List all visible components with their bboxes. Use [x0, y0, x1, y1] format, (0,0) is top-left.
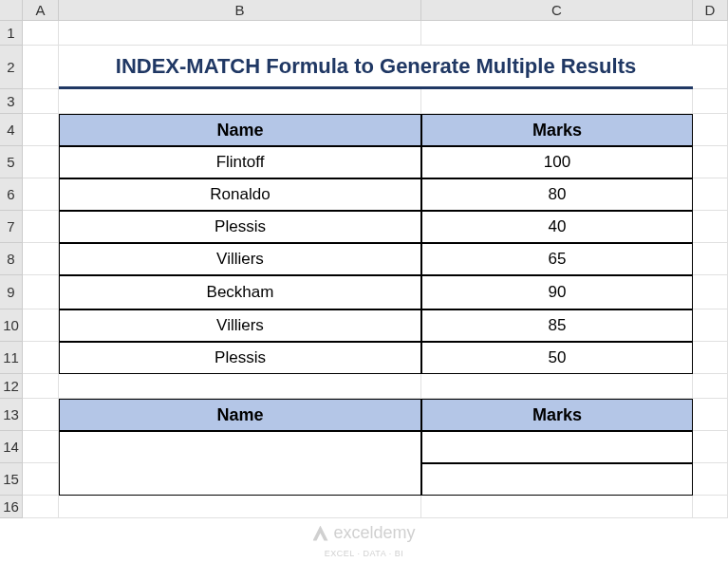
table2-header-name[interactable]: Name: [59, 399, 421, 431]
col-header-b[interactable]: B: [59, 0, 421, 21]
watermark-icon: [312, 526, 327, 541]
table2-empty-name[interactable]: [59, 431, 421, 496]
select-all-corner[interactable]: [0, 0, 23, 21]
table-cell[interactable]: Flintoff: [59, 146, 421, 178]
row-header-12[interactable]: 12: [0, 374, 23, 399]
row-header-3[interactable]: 3: [0, 89, 23, 114]
table-cell[interactable]: Beckham: [59, 275, 421, 309]
row-header-2[interactable]: 2: [0, 46, 23, 89]
row-header-16[interactable]: 16: [0, 496, 23, 518]
table-cell[interactable]: 100: [421, 146, 693, 178]
page-title[interactable]: INDEX-MATCH Formula to Generate Multiple…: [59, 46, 693, 89]
row-header-6[interactable]: 6: [0, 178, 23, 211]
row-header-4[interactable]: 4: [0, 114, 23, 146]
table-cell[interactable]: 80: [421, 178, 693, 211]
table-cell[interactable]: Villiers: [59, 309, 421, 342]
row-header-8[interactable]: 8: [0, 243, 23, 275]
table-cell[interactable]: 85: [421, 309, 693, 342]
row-header-7[interactable]: 7: [0, 211, 23, 243]
table-cell[interactable]: Plessis: [59, 342, 421, 374]
row-header-11[interactable]: 11: [0, 342, 23, 374]
watermark: exceldemy: [312, 523, 415, 543]
col-header-c[interactable]: C: [421, 0, 693, 21]
watermark-subtext: EXCEL · DATA · BI: [325, 549, 403, 558]
spreadsheet-grid: A B C D 1 2 3 4 5 6 7 8 9 10 11 12 13 14…: [0, 0, 728, 518]
row-header-13[interactable]: 13: [0, 399, 23, 431]
table-cell[interactable]: Plessis: [59, 211, 421, 243]
col-header-a[interactable]: A: [23, 0, 59, 21]
col-header-d[interactable]: D: [693, 0, 728, 21]
table-cell[interactable]: 40: [421, 211, 693, 243]
table-cell[interactable]: 90: [421, 275, 693, 309]
row-header-15[interactable]: 15: [0, 463, 23, 496]
row-header-5[interactable]: 5: [0, 146, 23, 178]
table-cell[interactable]: Ronaldo: [59, 178, 421, 211]
table-cell[interactable]: 65: [421, 243, 693, 275]
row-header-10[interactable]: 10: [0, 309, 23, 342]
table1-header-marks[interactable]: Marks: [421, 114, 693, 146]
table-cell[interactable]: 50: [421, 342, 693, 374]
table2-header-marks[interactable]: Marks: [421, 399, 693, 431]
row-header-1[interactable]: 1: [0, 21, 23, 46]
table2-empty-marks-1[interactable]: [421, 431, 693, 463]
row-header-14[interactable]: 14: [0, 431, 23, 463]
table-cell[interactable]: Villiers: [59, 243, 421, 275]
table2-empty-marks-2[interactable]: [421, 463, 693, 496]
row-header-9[interactable]: 9: [0, 275, 23, 309]
table1-header-name[interactable]: Name: [59, 114, 421, 146]
watermark-text: exceldemy: [333, 523, 415, 543]
